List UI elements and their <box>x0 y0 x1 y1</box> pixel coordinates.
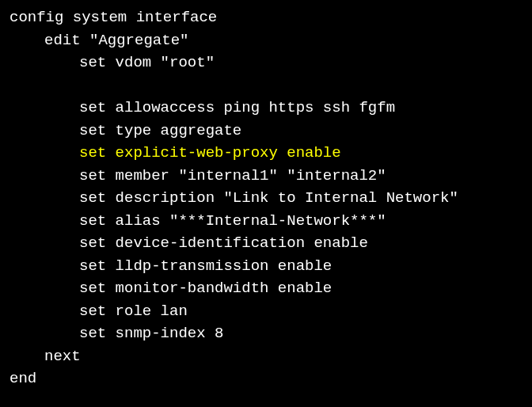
set-allowaccess-line: set allowaccess ping https ssh fgfm <box>10 97 522 120</box>
cli-terminal: config system interface edit "Aggregate"… <box>10 6 522 390</box>
set-lldp-transmission-line: set lldp-transmission enable <box>10 255 522 278</box>
set-role-line: set role lan <box>10 300 522 323</box>
config-line: config system interface <box>10 6 522 29</box>
end-line: end <box>10 367 522 390</box>
next-line: next <box>10 345 522 368</box>
set-explicit-web-proxy-line: set explicit-web-proxy enable <box>10 142 522 165</box>
set-description-line: set description "Link to Internal Networ… <box>10 187 522 210</box>
set-alias-line: set alias "***Internal-Network***" <box>10 210 522 233</box>
edit-line: edit "Aggregate" <box>10 29 522 52</box>
set-vdom-line: set vdom "root" <box>10 51 522 74</box>
set-monitor-bandwidth-line: set monitor-bandwidth enable <box>10 277 522 300</box>
set-snmp-index-line: set snmp-index 8 <box>10 322 522 345</box>
set-type-line: set type aggregate <box>10 120 522 143</box>
blank-line <box>10 74 522 97</box>
set-device-identification-line: set device-identification enable <box>10 232 522 255</box>
set-member-line: set member "internal1" "internal2" <box>10 165 522 188</box>
